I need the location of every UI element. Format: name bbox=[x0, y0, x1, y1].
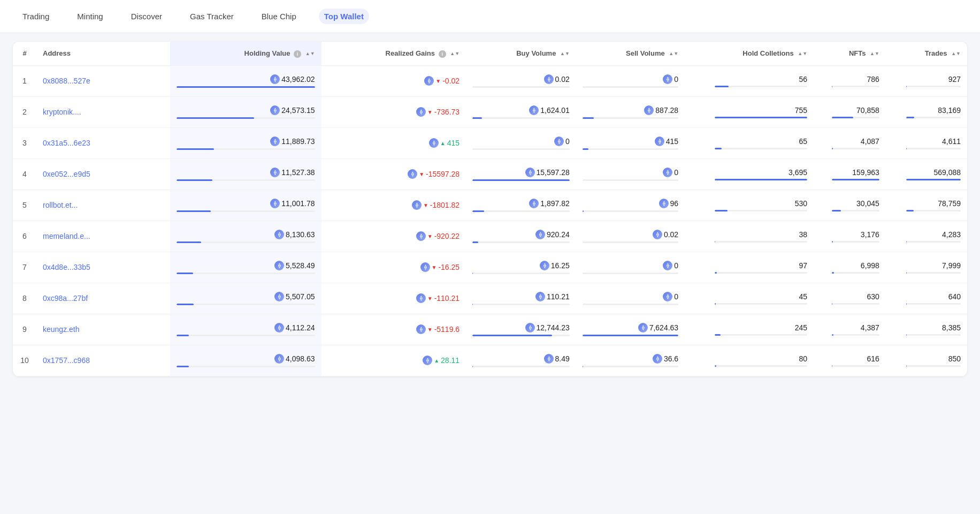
eth-icon-buy: ⟠ bbox=[535, 292, 545, 301]
sell-volume-text: 415 bbox=[666, 137, 678, 146]
realized-gains-text: 28.11 bbox=[441, 356, 460, 365]
eth-icon-buy: ⟠ bbox=[544, 354, 554, 364]
eth-icon: ⟠ bbox=[274, 261, 284, 270]
eth-icon-sell: ⟠ bbox=[663, 74, 672, 84]
cell-nfts: 786 bbox=[814, 65, 886, 96]
holding-value-text: 11,889.73 bbox=[281, 137, 315, 146]
nav-item-top-wallet[interactable]: Top Wallet bbox=[319, 9, 369, 24]
cell-address[interactable]: 0xc98a...27bf bbox=[36, 283, 170, 314]
cell-trades: 927 bbox=[886, 65, 967, 96]
nav-item-minting[interactable]: Minting bbox=[72, 9, 108, 24]
buy-volume-text: 1,624.01 bbox=[540, 106, 570, 115]
cell-trades: 640 bbox=[886, 283, 967, 314]
realized-gains-text: 415 bbox=[447, 139, 460, 147]
address-link[interactable]: 0xc98a...27bf bbox=[43, 294, 88, 303]
cell-hold-collections: 245 bbox=[685, 314, 814, 345]
cell-address[interactable]: 0x8088...527e bbox=[36, 65, 170, 96]
eth-icon-gains: ⟠ bbox=[423, 356, 432, 365]
cell-sell-volume: ⟠ 7,624.63 bbox=[576, 314, 685, 345]
cell-address[interactable]: 0xe052...e9d5 bbox=[36, 158, 170, 190]
nfts-text: 4,387 bbox=[861, 323, 879, 332]
col-hold-collections[interactable]: Hold Colletions ▲▼ bbox=[685, 42, 814, 65]
table-row: 8 0xc98a...27bf ⟠ 5,507.05 ⟠ ▼ bbox=[13, 283, 967, 314]
eth-icon-sell: ⟠ bbox=[653, 354, 662, 364]
nfts-text: 616 bbox=[867, 354, 879, 363]
realized-gains-text: -110.21 bbox=[434, 294, 460, 303]
address-link[interactable]: memeland.e... bbox=[43, 232, 90, 240]
nfts-text: 3,176 bbox=[861, 230, 879, 239]
holding-value-text: 5,528.49 bbox=[286, 261, 315, 270]
holding-value-info-icon[interactable]: i bbox=[294, 50, 301, 58]
realized-gains-info-icon[interactable]: i bbox=[439, 50, 446, 58]
cell-address[interactable]: 0x31a5...6e23 bbox=[36, 127, 170, 158]
buy-volume-text: 8.49 bbox=[555, 354, 570, 363]
eth-icon-gains: ⟠ bbox=[416, 231, 426, 241]
col-realized-gains[interactable]: Realized Gains i ▲▼ bbox=[321, 42, 466, 65]
cell-holding-value: ⟠ 11,889.73 bbox=[170, 127, 321, 158]
cell-trades: 78,759 bbox=[886, 190, 967, 221]
cell-buy-volume: ⟠ 16.25 bbox=[466, 252, 576, 283]
eth-icon-sell: ⟠ bbox=[653, 230, 662, 239]
table-row: 3 0x31a5...6e23 ⟠ 11,889.73 ⟠ ▲ bbox=[13, 127, 967, 158]
col-holding-value[interactable]: Holding Value i ▲▼ bbox=[170, 42, 321, 65]
nav-item-blue-chip[interactable]: Blue Chip bbox=[256, 9, 302, 24]
down-arrow-icon: ▼ bbox=[435, 78, 441, 84]
eth-icon-gains: ⟠ bbox=[416, 324, 426, 334]
cell-address[interactable]: 0x1757...c968 bbox=[36, 345, 170, 376]
cell-realized-gains: ⟠ ▲ 28.11 bbox=[321, 345, 466, 376]
up-arrow-icon: ▲ bbox=[434, 358, 439, 364]
eth-icon-sell: ⟠ bbox=[659, 199, 669, 208]
col-sell-volume[interactable]: Sell Volume ▲▼ bbox=[576, 42, 685, 65]
address-link[interactable]: kryptonik.... bbox=[43, 108, 81, 116]
cell-trades: 569,088 bbox=[886, 158, 967, 190]
cell-rank: 5 bbox=[13, 190, 36, 221]
cell-buy-volume: ⟠ 12,744.23 bbox=[466, 314, 576, 345]
down-arrow-icon: ▼ bbox=[423, 202, 428, 208]
col-trades[interactable]: Trades ▲▼ bbox=[886, 42, 967, 65]
nav-item-gas-tracker[interactable]: Gas Tracker bbox=[185, 9, 239, 24]
address-link[interactable]: 0x4d8e...33b5 bbox=[43, 263, 90, 271]
cell-address[interactable]: 0x4d8e...33b5 bbox=[36, 252, 170, 283]
cell-address[interactable]: kryptonik.... bbox=[36, 96, 170, 127]
sell-volume-text: 7,624.63 bbox=[649, 323, 679, 332]
nav-item-trading[interactable]: Trading bbox=[17, 9, 55, 24]
table-row: 10 0x1757...c968 ⟠ 4,098.63 ⟠ ▲ bbox=[13, 345, 967, 376]
cell-sell-volume: ⟠ 0 bbox=[576, 252, 685, 283]
cell-holding-value: ⟠ 24,573.15 bbox=[170, 96, 321, 127]
eth-icon-buy: ⟠ bbox=[525, 168, 535, 177]
col-buy-volume[interactable]: Buy Volume ▲▼ bbox=[466, 42, 576, 65]
cell-buy-volume: ⟠ 1,624.01 bbox=[466, 96, 576, 127]
nfts-text: 6,998 bbox=[861, 261, 879, 270]
header-row: # Address Holding Value i ▲▼ Realized Ga… bbox=[13, 42, 967, 65]
buy-volume-text: 15,597.28 bbox=[537, 168, 570, 177]
eth-icon-buy: ⟠ bbox=[540, 261, 549, 270]
hold-collections-text: 97 bbox=[799, 261, 808, 270]
address-link[interactable]: 0xe052...e9d5 bbox=[43, 170, 90, 178]
cell-address[interactable]: keungz.eth bbox=[36, 314, 170, 345]
address-link[interactable]: 0x8088...527e bbox=[43, 77, 90, 85]
eth-icon: ⟠ bbox=[270, 199, 280, 208]
cell-address[interactable]: rollbot.et... bbox=[36, 190, 170, 221]
nav-item-discover[interactable]: Discover bbox=[126, 9, 167, 24]
cell-buy-volume: ⟠ 0.02 bbox=[466, 65, 576, 96]
cell-buy-volume: ⟠ 8.49 bbox=[466, 345, 576, 376]
address-link[interactable]: 0x31a5...6e23 bbox=[43, 139, 90, 147]
hold-collections-text: 245 bbox=[795, 323, 807, 332]
table-row: 9 keungz.eth ⟠ 4,112.24 ⟠ ▼ -51 bbox=[13, 314, 967, 345]
buy-volume-sort-icon: ▲▼ bbox=[560, 51, 570, 56]
eth-icon: ⟠ bbox=[270, 168, 280, 177]
address-link[interactable]: rollbot.et... bbox=[43, 201, 78, 209]
cell-sell-volume: ⟠ 887.28 bbox=[576, 96, 685, 127]
cell-hold-collections: 56 bbox=[685, 65, 814, 96]
address-link[interactable]: 0x1757...c968 bbox=[43, 356, 90, 365]
realized-gains-text: -5119.6 bbox=[434, 325, 460, 334]
cell-sell-volume: ⟠ 0 bbox=[576, 65, 685, 96]
address-link[interactable]: keungz.eth bbox=[43, 325, 80, 334]
cell-sell-volume: ⟠ 0.02 bbox=[576, 221, 685, 252]
cell-address[interactable]: memeland.e... bbox=[36, 221, 170, 252]
trades-text: 83,169 bbox=[938, 106, 961, 115]
cell-holding-value: ⟠ 5,507.05 bbox=[170, 283, 321, 314]
col-nfts[interactable]: NFTs ▲▼ bbox=[814, 42, 886, 65]
cell-nfts: 3,176 bbox=[814, 221, 886, 252]
trades-text: 78,759 bbox=[938, 199, 961, 208]
